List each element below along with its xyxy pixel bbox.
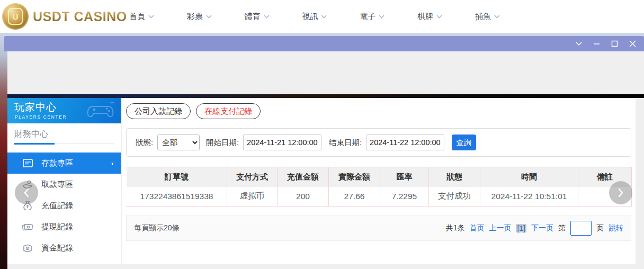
table-row: 1732243861519338 虚拟币 200 27.66 7.2295 支付… (127, 187, 632, 207)
collapse-icon[interactable] (575, 40, 583, 48)
maximize-icon[interactable] (611, 40, 619, 48)
nav-label: 電子 (360, 12, 375, 22)
sidebar-item-label: 提現記錄 (41, 222, 73, 232)
brand-name: USDT CASINO (33, 9, 127, 24)
chevron-down-icon (206, 15, 212, 19)
col-actual-amount: 實際金額 (329, 167, 380, 187)
query-button[interactable]: 查詢 (452, 134, 476, 150)
close-icon[interactable] (629, 40, 637, 48)
nav-label: 彩票 (187, 12, 203, 22)
sidebar-title: 玩家中心 (14, 101, 57, 114)
tab-online-payment-records[interactable]: 在線支付記錄 (196, 103, 261, 119)
pagination: 共1条 首页 上一页 [1] 下一页 第 页 跳转 (446, 221, 623, 236)
col-pay-method: 支付方式 (227, 167, 278, 187)
jump-button[interactable]: 跳转 (609, 223, 623, 233)
sidebar-header: 玩家中心 PLAYERS CENTER (7, 98, 121, 123)
sidebar-item-label: 存款專區 (41, 158, 73, 168)
col-time: 時間 (480, 167, 578, 187)
prev-page-link[interactable]: 上一页 (489, 223, 511, 233)
total-count: 共1条 (446, 223, 465, 233)
top-nav: 首頁 彩票 體育 視訊 電子 棋牌 捕魚 (129, 0, 500, 33)
nav-label: 捕魚 (475, 12, 491, 22)
filter-bar: 狀態: 全部 開始日期: 结束日期: 查詢 (126, 128, 631, 157)
deposit-card-icon (22, 158, 33, 168)
chevron-left-icon (22, 187, 31, 198)
brand-logo[interactable]: U USDT CASINO (2, 3, 127, 30)
nav-label: 首頁 (129, 12, 145, 22)
chevron-down-icon (436, 15, 442, 19)
chevron-right-icon (616, 187, 625, 198)
carousel-prev-button[interactable] (15, 181, 38, 204)
hero-image-strip (7, 94, 644, 98)
nav-item-slots[interactable]: 電子 (360, 12, 384, 22)
chevron-down-icon (321, 15, 327, 19)
next-page-link[interactable]: 下一页 (531, 223, 553, 233)
record-tabs: 公司入款記錄 在線支付記錄 (126, 103, 261, 119)
nav-item-sports[interactable]: 體育 (245, 12, 270, 22)
cell-time: 2024-11-22 10:51:01 (480, 187, 578, 207)
nav-label: 體育 (245, 12, 261, 22)
nav-item-live[interactable]: 視訊 (302, 12, 327, 22)
chevron-down-icon (379, 15, 384, 19)
chevron-down-icon (148, 15, 154, 19)
site-header: U USDT CASINO 首頁 彩票 體育 視訊 電子 棋牌 捕魚 (0, 0, 644, 33)
nav-item-cards[interactable]: 棋牌 (417, 12, 442, 22)
brand-emblem-icon: U (2, 3, 29, 30)
funds-wallet-icon (22, 243, 33, 253)
list-footer: 每頁顯示20條 共1条 首页 上一页 [1] 下一页 第 页 跳转 (126, 216, 631, 241)
nav-item-home[interactable]: 首頁 (129, 12, 154, 22)
cell-status: 支付成功 (429, 187, 480, 207)
cell-exchange-rate: 7.2295 (380, 187, 429, 207)
sidebar-item-label: 取款專區 (41, 180, 73, 190)
nav-label: 視訊 (302, 12, 318, 22)
table-header-row: 訂單號 支付方式 充值金額 實際金額 匯率 狀態 時間 備註 (127, 167, 632, 187)
chevron-down-icon (264, 15, 270, 19)
jump-page-input[interactable] (570, 221, 592, 236)
status-select[interactable]: 全部 (157, 134, 200, 150)
tab-company-deposit-records[interactable]: 公司入款記錄 (126, 103, 191, 119)
cell-order-no: 1732243861519338 (127, 187, 227, 207)
start-date-input[interactable] (243, 134, 321, 150)
chevron-down-icon (494, 15, 500, 19)
status-label: 狀態: (136, 138, 153, 148)
nav-item-fishing[interactable]: 捕魚 (475, 12, 500, 22)
brand-emblem-letter: U (8, 8, 23, 25)
chevron-right-icon: › (111, 159, 113, 167)
col-order-no: 訂單號 (127, 167, 227, 187)
col-status: 狀態 (429, 167, 480, 187)
cell-recharge-amount: 200 (278, 187, 329, 207)
window-titlebar (4, 36, 644, 51)
jump-suffix: 页 (596, 223, 604, 233)
records-table: 訂單號 支付方式 充值金額 實際金額 匯率 狀態 時間 備註 173224386… (126, 167, 632, 207)
gamepad-icon (86, 100, 117, 121)
sidebar-item-label: 充值記錄 (41, 201, 73, 211)
sidebar-section-title: 財務中心 (14, 129, 48, 140)
start-date-label: 開始日期: (206, 138, 239, 148)
first-page-link[interactable]: 首页 (469, 223, 484, 233)
end-date-label: 结束日期: (329, 138, 362, 148)
jump-prefix: 第 (558, 223, 566, 233)
divider-accent (14, 143, 55, 145)
sidebar-subtitle: PLAYERS CENTER (15, 114, 67, 120)
cell-pay-method: 虚拟币 (227, 187, 278, 207)
end-date-input[interactable] (366, 134, 444, 150)
minimize-icon[interactable] (593, 40, 601, 48)
carousel-next-button[interactable] (609, 181, 632, 204)
cell-actual-amount: 27.66 (329, 187, 380, 207)
col-exchange-rate: 匯率 (380, 167, 429, 187)
records-panel: 公司入款記錄 在線支付記錄 狀態: 全部 開始日期: 结束日期: 查詢 訂單號 … (122, 98, 636, 264)
cash-notes-icon (22, 221, 33, 232)
current-page-indicator: [1] (516, 224, 526, 232)
nav-label: 棋牌 (417, 12, 433, 22)
nav-item-lottery[interactable]: 彩票 (187, 12, 212, 22)
page-size-text: 每頁顯示20條 (134, 223, 180, 233)
sidebar-item-funds-records[interactable]: 資金記錄 (7, 237, 121, 258)
sidebar-item-withdrawal-records[interactable]: 提現記錄 (7, 216, 121, 237)
col-recharge-amount: 充值金額 (278, 167, 329, 187)
sidebar-item-deposit[interactable]: 存款專區 › (7, 153, 121, 174)
sidebar-item-label: 資金記錄 (41, 243, 73, 253)
